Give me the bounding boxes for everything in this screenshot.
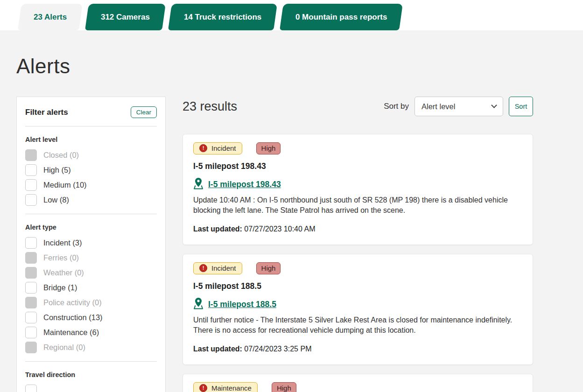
alert-last-updated: Last updated: 07/24/2023 3:25 PM	[193, 345, 522, 353]
top-tab-bar: 23 Alerts 312 Cameras 14 Truck restricti…	[0, 0, 583, 30]
filter-option-ferries: Ferries (0)	[25, 252, 157, 264]
tab-mountain-pass-reports-label: 0 Mountain pass reports	[295, 13, 387, 22]
filter-option-weather: Weather (0)	[25, 267, 157, 279]
map-pin-icon	[193, 177, 204, 191]
sort-select-value: Alert level	[421, 102, 455, 111]
alert-card: ! Incident High I-5 milepost 198.43 I-	[183, 134, 533, 245]
filter-option-medium[interactable]: Medium (10)	[25, 179, 157, 191]
filter-option-construction[interactable]: Construction (13)	[25, 312, 157, 323]
alert-type-badge: ! Maintenance	[193, 382, 258, 392]
sort-select[interactable]: Alert level	[414, 97, 503, 116]
checkbox-incident[interactable]	[25, 237, 37, 249]
clear-filters-button[interactable]: Clear	[131, 106, 157, 118]
tab-cameras[interactable]: 312 Cameras	[85, 4, 166, 30]
alert-card: ! Maintenance High	[183, 374, 533, 392]
filter-option-maintenance[interactable]: Maintenance (6)	[25, 327, 157, 338]
alert-card: ! Incident High I-5 milepost 188.5 I-5	[183, 254, 533, 365]
filter-option-closed: Closed (0)	[25, 149, 157, 161]
checkbox-construction[interactable]	[25, 312, 37, 323]
filter-option-regional: Regional (0)	[25, 342, 157, 353]
filter-panel-title: Filter alerts	[25, 108, 68, 117]
results-count: 23 results	[183, 99, 237, 114]
results-column: 23 results Sort by Alert level Sort ! In…	[183, 97, 533, 392]
checkbox-ferries	[25, 252, 37, 264]
page-content: Alerts Filter alerts Clear Alert level C…	[0, 30, 583, 392]
divider	[25, 126, 157, 126]
tab-alerts-label: 23 Alerts	[34, 13, 67, 22]
tab-truck-restrictions-label: 14 Truck restrictions	[184, 13, 261, 22]
divider	[25, 214, 157, 214]
alert-level-badge: High	[256, 142, 281, 154]
exclamation-circle-icon: !	[199, 384, 207, 392]
alert-type-badge: ! Incident	[193, 262, 242, 274]
tab-truck-restrictions[interactable]: 14 Truck restrictions	[168, 4, 277, 30]
checkbox-medium[interactable]	[25, 179, 37, 191]
alert-description: Update 10:40 AM : On I-5 northbound just…	[193, 195, 522, 215]
alert-type-badge: ! Incident	[193, 142, 242, 154]
exclamation-circle-icon: !	[199, 144, 207, 152]
tab-alerts[interactable]: 23 Alerts	[18, 4, 83, 30]
checkbox-low[interactable]	[25, 194, 37, 206]
alert-description: Until further notice - The Interstate 5 …	[193, 315, 522, 335]
filter-option-police-activity: Police activity (0)	[25, 297, 157, 308]
tab-cameras-label: 312 Cameras	[101, 13, 150, 22]
checkbox-weather	[25, 267, 37, 279]
checkbox-high[interactable]	[25, 164, 37, 176]
map-pin-icon	[193, 297, 204, 311]
filter-option-high[interactable]: High (5)	[25, 164, 157, 176]
filter-option-travel-direction-1[interactable]	[25, 385, 157, 392]
alert-level-badge: High	[256, 262, 281, 274]
checkbox-maintenance[interactable]	[25, 327, 37, 338]
filter-panel: Filter alerts Clear Alert level Closed (…	[16, 97, 166, 392]
sort-by-label: Sort by	[384, 102, 409, 111]
filter-section-travel-direction: Travel direction	[25, 371, 157, 378]
checkbox-regional	[25, 342, 37, 353]
tab-mountain-pass-reports[interactable]: 0 Mountain pass reports	[280, 4, 403, 30]
exclamation-circle-icon: !	[199, 264, 207, 272]
filter-option-bridge[interactable]: Bridge (1)	[25, 282, 157, 294]
checkbox-police-activity	[25, 297, 37, 308]
page-title: Alerts	[16, 30, 583, 78]
alert-location-link[interactable]: I-5 milepost 198.43	[208, 180, 281, 189]
filter-section-alert-type: Alert type	[25, 224, 157, 231]
sort-button[interactable]: Sort	[509, 97, 533, 116]
alert-title: I-5 milepost 198.43	[193, 161, 522, 171]
filter-option-incident[interactable]: Incident (3)	[25, 237, 157, 249]
checkbox-bridge[interactable]	[25, 282, 37, 294]
chevron-down-icon	[491, 102, 497, 108]
alert-title: I-5 milepost 188.5	[193, 281, 522, 291]
alert-location-link[interactable]: I-5 milepost 188.5	[208, 300, 276, 309]
checkbox-closed	[25, 149, 37, 161]
filter-section-alert-level: Alert level	[25, 136, 157, 143]
filter-option-low[interactable]: Low (8)	[25, 194, 157, 206]
divider	[25, 361, 157, 362]
alert-level-badge: High	[272, 382, 296, 392]
checkbox-travel-direction-1[interactable]	[25, 385, 37, 392]
alert-last-updated: Last updated: 07/27/2023 10:40 AM	[193, 225, 522, 233]
